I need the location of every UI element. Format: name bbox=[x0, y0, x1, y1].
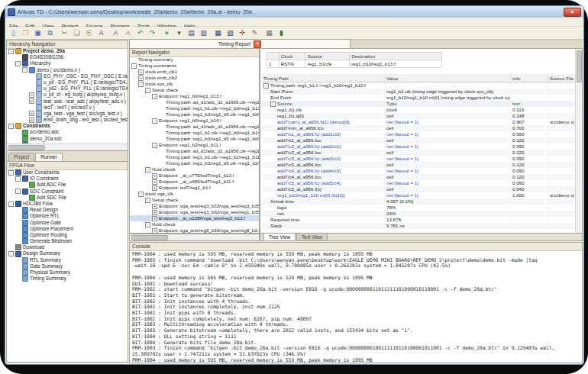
run-options-dropdown-icon[interactable]: ▾ bbox=[173, 27, 185, 38]
collapse-icon[interactable]: - bbox=[138, 192, 144, 197]
report-nav-item[interactable]: Timing path: ad_d1/adc_d1_a1956.clk->reg… bbox=[130, 99, 259, 105]
flow-tree-item[interactable]: Add ADC File bbox=[7, 182, 128, 188]
timing-table-vertical-scrollbar[interactable] bbox=[575, 49, 582, 233]
timing-table-row[interactable]: reg1_b1.clkclock0.113 bbox=[262, 107, 583, 113]
paste-icon[interactable]: ⎘ bbox=[83, 27, 95, 38]
report-nav-item[interactable]: +Endpoint: _al_u2288/vga_test/reg3_b12.f bbox=[130, 215, 259, 221]
report-nav-item[interactable]: Timing path: ad_d1/adc_d1_a1956.clk->reg… bbox=[130, 148, 259, 154]
report-nav-item[interactable]: Timing path: reg1_b1.clk->reg1_b0/reg1_b… bbox=[130, 105, 259, 111]
expand-icon[interactable]: + bbox=[152, 210, 157, 215]
collapse-icon[interactable]: - bbox=[8, 170, 14, 176]
timing-table-row[interactable]: -SourceTypeIncr bbox=[262, 101, 583, 107]
collapse-icon[interactable]: - bbox=[15, 61, 21, 66]
timing-table-row[interactable]: net24% bbox=[262, 211, 583, 217]
report-nav-item[interactable]: Timing path: reg1_b3/reg1_b5.clk->reg1_b… bbox=[130, 160, 259, 166]
flow-tree-item[interactable]: Optimize RTL bbox=[7, 213, 128, 219]
collapse-icon[interactable]: - bbox=[263, 83, 269, 89]
collapse-icon[interactable]: - bbox=[152, 94, 157, 99]
cross-probe-icon[interactable]: ✛ bbox=[237, 27, 248, 38]
timing-table-row[interactable]: logic78% bbox=[262, 205, 583, 211]
expand-icon[interactable]: + bbox=[29, 111, 34, 116]
hierarchy-tree-item[interactable]: +vga_test - vga_test ( src/vga_test.v ) bbox=[7, 111, 128, 117]
timing-table-row[interactable]: add7/c3_al_a956.fcocell0.120 bbox=[262, 162, 583, 168]
hierarchy-horizontal-scrollbar[interactable] bbox=[7, 143, 128, 150]
timing-table-row[interactable]: -Timing path: reg1_b1.f->reg1_b10/reg1_b… bbox=[262, 82, 583, 89]
expand-icon[interactable]: + bbox=[29, 98, 34, 104]
collapse-icon[interactable]: - bbox=[8, 124, 14, 129]
collapse-icon[interactable]: - bbox=[131, 63, 137, 69]
collapse-icon[interactable]: - bbox=[145, 198, 150, 203]
console-log[interactable]: PRM-1004 : used memory is 595 MB, reserv… bbox=[130, 250, 582, 363]
report-nav-item[interactable]: Timing path: reg1_b1.clk->reg1_b0/reg1_b… bbox=[130, 130, 259, 136]
flow-tree-item[interactable]: -IO Constraint bbox=[7, 176, 128, 182]
save-all-icon[interactable]: ⧉ bbox=[44, 27, 56, 38]
tab-close-icon[interactable]: ✕ bbox=[254, 40, 261, 48]
board-icon[interactable]: ▮ bbox=[276, 27, 287, 38]
timing-table-row[interactable]: add7/c2_al_a956.fci (add2/c1)net (fanout… bbox=[262, 143, 583, 150]
scrollbar-thumb[interactable] bbox=[8, 145, 45, 150]
report-nav-item[interactable]: +clock emb_clk1 bbox=[130, 69, 259, 75]
redo-icon[interactable]: ↷ bbox=[147, 27, 158, 38]
hierarchy-tree-item[interactable]: EG4S20BG256 bbox=[7, 54, 128, 60]
flow-tree-item[interactable]: -SDC Constraint bbox=[7, 189, 128, 195]
hierarchy-tree-item[interactable]: ledT - ledT ( src/ledT.v ) bbox=[7, 105, 128, 111]
netlist-view-icon[interactable]: ▤ bbox=[186, 27, 197, 38]
scrollbar-thumb[interactable] bbox=[577, 50, 582, 82]
timing-table-row[interactable]: add7/c2_al_a956.fcocell0.120 bbox=[262, 150, 583, 156]
timing-table-row[interactable]: add7/c3_al_a956.fci (add3/c2)net (fanout… bbox=[262, 156, 583, 162]
clock-table-row[interactable]: 1RSTNreg1_b1/clkreg1_b10/reg1_b13.f bbox=[267, 60, 442, 68]
report-nav-item[interactable]: Timing summary bbox=[130, 56, 259, 63]
timing-table-row[interactable]: add7/c1_al_a956.fcocell0.120 bbox=[262, 137, 583, 143]
undo-icon[interactable]: ↶ bbox=[134, 27, 146, 38]
cut-icon[interactable]: ✂ bbox=[59, 27, 70, 38]
flow-tree-item[interactable]: -HDL2Bit Flow bbox=[7, 201, 128, 207]
collapse-icon[interactable]: - bbox=[8, 49, 14, 54]
scrollbar-thumb[interactable] bbox=[131, 235, 168, 240]
copy-icon[interactable]: ❏ bbox=[71, 27, 82, 38]
hierarchy-tree-item[interactable]: u_pll - EG_PHY_PLL ( E:/anlogic/TD4.2/ar… bbox=[7, 79, 128, 85]
collapse-icon[interactable]: - bbox=[15, 176, 21, 182]
edit-pen-icon[interactable]: ✎ bbox=[249, 27, 260, 38]
report-nav-item[interactable]: +Endpoint: vga_test/reg8_b30/vga_test/re… bbox=[130, 227, 259, 233]
report-nav-item[interactable]: +Endpoint: vga_test/reg3_b33/vga_test/re… bbox=[130, 203, 259, 209]
flow-tree-item[interactable]: Download bbox=[7, 244, 128, 250]
flow-tree-item[interactable]: Timing Summary bbox=[7, 276, 128, 282]
grid-icon[interactable]: ▦ bbox=[263, 27, 275, 38]
routing-view-icon[interactable]: ▧ bbox=[225, 27, 236, 38]
flow-tree-item[interactable]: Physical Summary bbox=[7, 269, 128, 276]
left-tab-runner[interactable]: Runner bbox=[35, 153, 62, 161]
report-nav-item[interactable]: Timing path: reg1_b3/reg1_b5.clk->reg1_b… bbox=[130, 111, 259, 118]
timing-table-row[interactable]: add7/min_al_a956.fcocell0.700 bbox=[262, 125, 583, 131]
expand-icon[interactable]: + bbox=[138, 69, 144, 75]
flow-tree-item[interactable]: Gate Summary bbox=[7, 263, 128, 269]
hierarchy-tree-item[interactable]: -Project demo_20a bbox=[7, 48, 128, 54]
collapse-icon[interactable]: - bbox=[138, 82, 144, 87]
font-medium-icon[interactable]: A bbox=[110, 27, 121, 38]
collapse-icon[interactable]: - bbox=[152, 143, 157, 148]
flow-tree-item[interactable]: Add SDC File bbox=[7, 195, 128, 201]
expand-icon[interactable]: + bbox=[152, 173, 157, 179]
collapse-icon[interactable]: - bbox=[152, 118, 157, 124]
collapse-icon[interactable]: - bbox=[22, 67, 27, 73]
timing-table-row[interactable]: reg1_b10/reg1_b10.mi[0] (b1[0])net (fano… bbox=[262, 192, 583, 198]
report-nav-item[interactable]: +Endpoint: _al_u775/ledT/reg1_b13.f bbox=[130, 172, 259, 179]
run-icon[interactable]: ● bbox=[161, 27, 173, 38]
expand-icon[interactable]: + bbox=[152, 216, 157, 221]
flow-tree-item[interactable]: Optimize Routing bbox=[7, 232, 128, 238]
expand-icon[interactable]: + bbox=[138, 76, 144, 81]
report-nav-item[interactable]: -Hold check bbox=[130, 166, 259, 172]
hierarchy-tree-item[interactable]: -Constraints bbox=[7, 123, 128, 129]
view-tab-tree-view[interactable]: Tree View bbox=[263, 234, 296, 241]
tab-timing-report[interactable]: Timing Report ✕ bbox=[129, 39, 351, 48]
expand-icon[interactable]: + bbox=[29, 92, 34, 98]
timing-table-row[interactable]: Arrival time4.097 (0.1%) bbox=[262, 198, 583, 205]
report-nav-item[interactable]: Timing path: reg1_b1.clk->reg1_b2/reg1_b… bbox=[130, 154, 259, 160]
report-nav-item[interactable]: -Hold check bbox=[130, 221, 259, 227]
flow-tree-item[interactable]: Optimize Placement bbox=[7, 226, 128, 232]
hierarchy-tree-item[interactable]: +u_pll_cf - eg_bufg ( al/phy/eg_bufg.v ) bbox=[7, 92, 128, 98]
collapse-icon[interactable]: - bbox=[15, 189, 21, 194]
view-tab-text-view[interactable]: Text View bbox=[296, 234, 328, 241]
timing-table-row[interactable]: add7/c4_al_a956.fcocell0.120 bbox=[262, 174, 583, 180]
hierarchy-tree-item[interactable]: -Hierarchy bbox=[7, 60, 128, 66]
timing-table-row[interactable]: add7/carry_al_a956.b[1] (demo[0])net (fa… bbox=[262, 119, 583, 125]
